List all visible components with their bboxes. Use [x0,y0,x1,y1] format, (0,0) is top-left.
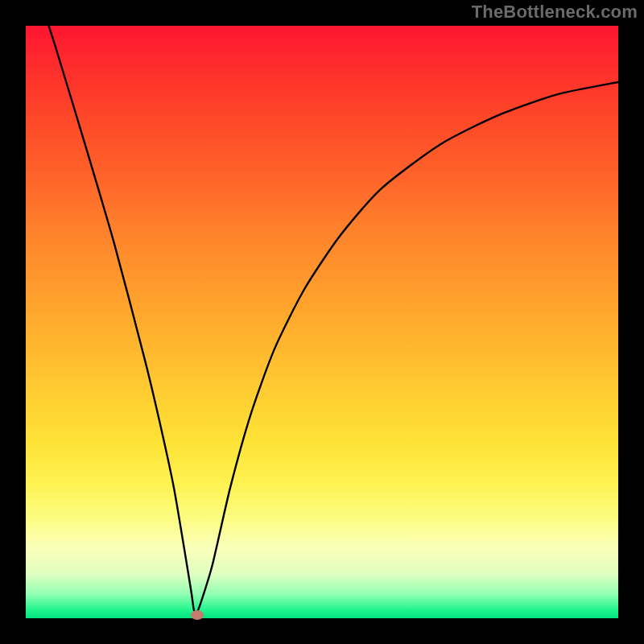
attribution-watermark: TheBottleneck.com [472,2,638,23]
plot-area [26,26,618,618]
bottleneck-curve [26,26,618,618]
chart-container: TheBottleneck.com [0,0,644,644]
